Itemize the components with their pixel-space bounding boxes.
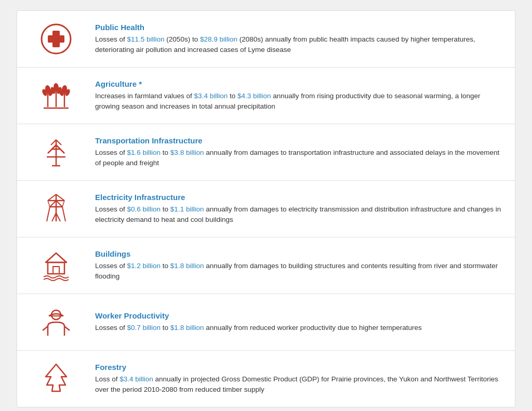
text-cell-worker-productivity: Worker Productivity Losses of $0.7 billi… <box>85 311 504 333</box>
icon-cell-public-health <box>28 20 85 58</box>
main-card: Public Health Losses of $11.5 billion (2… <box>17 10 515 407</box>
value-1-6: $1.6 billion <box>127 149 161 156</box>
title-transportation: Transportation Infrastructure <box>95 136 504 145</box>
svg-marker-43 <box>46 364 66 391</box>
text-cell-buildings: Buildings Losses of $1.2 billion to $1.8… <box>85 249 504 282</box>
text-cell-electricity: Electricity Infrastructure Losses of $0.… <box>85 193 504 226</box>
svg-line-28 <box>56 194 64 201</box>
transportation-icon <box>37 134 75 171</box>
desc-forestry: Loss of $3.4 billion annually in project… <box>95 374 504 395</box>
desc-buildings: Losses of $1.2 billion to $1.8 billion a… <box>95 261 504 282</box>
electricity-icon <box>37 190 75 228</box>
svg-line-27 <box>48 194 56 201</box>
desc-electricity: Losses of $0.6 billion to $1.1 billion a… <box>95 204 504 226</box>
text-cell-forestry: Forestry Loss of $3.4 billion annually i… <box>85 363 504 395</box>
row-buildings: Buildings Losses of $1.2 billion to $1.8… <box>17 237 515 294</box>
row-worker-productivity: Worker Productivity Losses of $0.7 billi… <box>17 294 515 351</box>
title-electricity: Electricity Infrastructure <box>95 193 504 202</box>
icon-cell-forestry <box>28 360 85 397</box>
title-forestry: Forestry <box>95 363 504 372</box>
value-1-1: $1.1 billion <box>170 205 204 213</box>
value-1-2: $1.2 billion <box>127 262 161 270</box>
title-agriculture: Agriculture * <box>95 79 504 88</box>
value-1-8-w: $1.8 billion <box>170 324 204 332</box>
row-forestry: Forestry Loss of $3.4 billion annually i… <box>17 351 515 407</box>
desc-agriculture: Increases in farmland values of $3.4 bil… <box>95 91 504 112</box>
agriculture-icon <box>37 77 75 114</box>
row-electricity: Electricity Infrastructure Losses of $0.… <box>17 181 515 237</box>
value-28-9: $28.9 billion <box>200 35 237 43</box>
svg-rect-36 <box>48 262 64 274</box>
buildings-icon <box>37 247 75 284</box>
text-cell-public-health: Public Health Losses of $11.5 billion (2… <box>85 23 504 56</box>
icon-cell-buildings <box>28 247 85 284</box>
row-transportation: Transportation Infrastructure Losses of … <box>17 124 515 181</box>
svg-rect-2 <box>48 35 64 43</box>
svg-rect-37 <box>53 267 59 274</box>
svg-line-40 <box>43 326 48 330</box>
value-1-8-b: $1.8 billion <box>170 262 204 270</box>
svg-line-22 <box>56 140 61 145</box>
row-agriculture: Agriculture * Increases in farmland valu… <box>17 68 515 124</box>
svg-marker-35 <box>46 253 66 262</box>
title-public-health: Public Health <box>95 23 504 32</box>
svg-line-31 <box>47 207 50 221</box>
forestry-icon <box>37 360 75 397</box>
row-public-health: Public Health Losses of $11.5 billion (2… <box>17 11 515 68</box>
value-3-4-f: $3.4 billion <box>119 375 153 383</box>
icon-cell-agriculture <box>28 77 85 114</box>
title-worker-productivity: Worker Productivity <box>95 311 504 320</box>
desc-public-health: Losses of $11.5 billion (2050s) to $28.9… <box>95 34 504 56</box>
value-0-6: $0.6 billion <box>127 205 161 213</box>
text-cell-transportation: Transportation Infrastructure Losses of … <box>85 136 504 169</box>
title-buildings: Buildings <box>95 249 504 258</box>
svg-line-21 <box>51 140 56 145</box>
icon-cell-worker-productivity <box>28 303 85 341</box>
svg-line-41 <box>64 326 70 330</box>
text-cell-agriculture: Agriculture * Increases in farmland valu… <box>85 79 504 112</box>
value-3-4: $3.4 billion <box>194 92 228 100</box>
value-0-7: $0.7 billion <box>127 324 161 332</box>
svg-line-30 <box>56 201 62 207</box>
worker-productivity-icon <box>37 303 75 341</box>
svg-line-32 <box>62 207 65 221</box>
desc-worker-productivity: Losses of $0.7 billion to $1.8 billion a… <box>95 323 504 333</box>
public-health-icon <box>37 20 75 58</box>
icon-cell-electricity <box>28 190 85 228</box>
svg-line-29 <box>50 201 56 207</box>
value-11-5: $11.5 billion <box>127 35 165 43</box>
icon-cell-transportation <box>28 134 85 171</box>
desc-transportation: Losses of $1.6 billion to $3.8 billion a… <box>95 148 504 169</box>
value-3-8: $3.8 billion <box>170 149 204 156</box>
value-4-3: $4.3 billion <box>237 92 271 100</box>
